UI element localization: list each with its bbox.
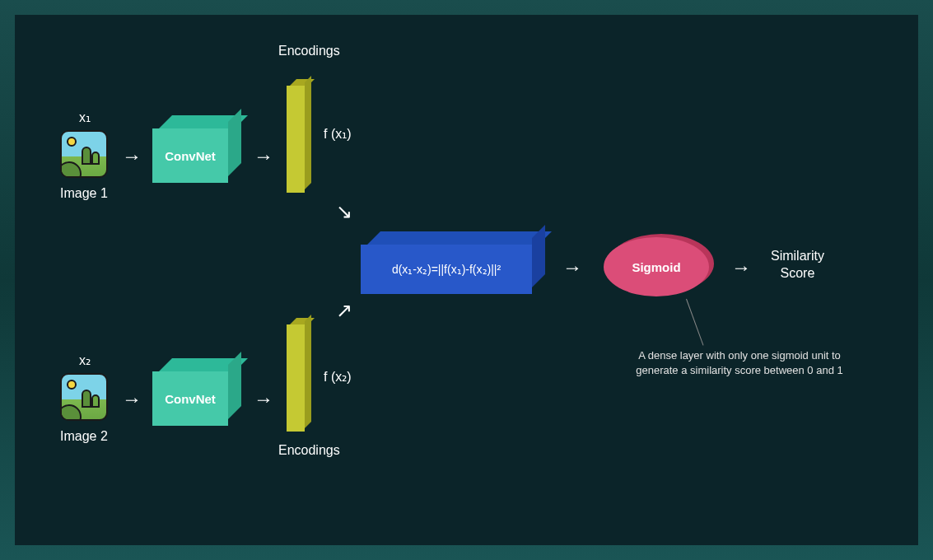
encodings-title-top: Encodings [278, 44, 340, 58]
arrow-diag-up: ↗ [336, 299, 352, 322]
arrow-2b: → [254, 388, 273, 411]
convnet-2-label: ConvNet [152, 371, 228, 426]
x1-label: x₁ [79, 110, 91, 125]
arrow-to-sigmoid: → [562, 256, 582, 279]
arrow-diag-down: ↘ [336, 200, 352, 223]
fx2-label: f (x₂) [324, 369, 352, 385]
sigmoid-node: Sigmoid [604, 237, 709, 296]
arrow-to-output: → [731, 256, 751, 279]
fx1-label: f (x₁) [324, 126, 352, 142]
arrow-2a: → [122, 388, 142, 411]
image1-caption: Image 1 [60, 186, 108, 201]
callout-line [686, 299, 703, 346]
convnet-1-label: ConvNet [152, 128, 228, 183]
convnet-2: ConvNet [152, 358, 228, 426]
arrow-1a: → [122, 145, 142, 168]
arrow-1b: → [254, 145, 273, 168]
sigmoid-label: Sigmoid [604, 237, 709, 296]
distance-box: d(x₁-x₂)=||f(x₁)-f(x₂)||² [361, 231, 532, 294]
image2-caption: Image 2 [60, 429, 108, 444]
encoding-bar-2 [287, 318, 305, 432]
sigmoid-note: A dense layer with only one sigmoid unit… [624, 348, 855, 378]
diagram-canvas: Encodings x₁ Image 1 → ConvNet → f (x₁) … [15, 15, 918, 545]
x2-label: x₂ [79, 352, 91, 368]
encodings-title-bottom: Encodings [278, 443, 340, 458]
encoding-bar-1 [287, 79, 305, 193]
image2-icon [60, 373, 108, 421]
output-label: SimilarityScore [771, 248, 824, 282]
convnet-1: ConvNet [152, 115, 228, 183]
image1-icon [60, 130, 108, 178]
distance-formula: d(x₁-x₂)=||f(x₁)-f(x₂)||² [361, 245, 532, 294]
